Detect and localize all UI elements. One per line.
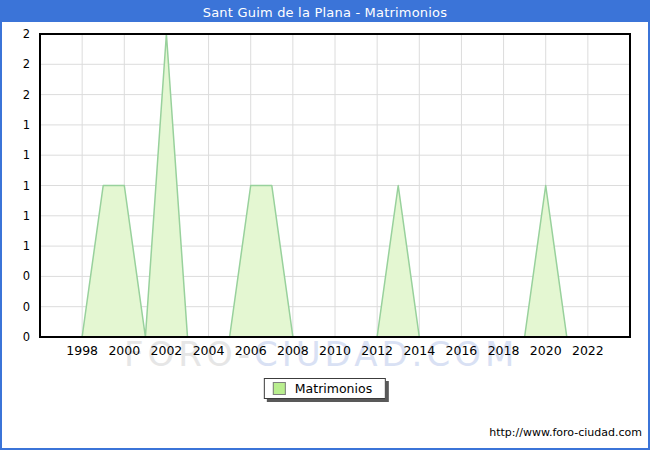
- x-axis-tick-label: 2008: [277, 343, 309, 358]
- y-axis-tick-label: 0: [23, 330, 30, 344]
- legend-swatch-icon: [273, 382, 286, 395]
- legend: Matrimonios: [264, 378, 386, 399]
- y-axis-tick-label: 1: [23, 239, 30, 253]
- y-axis-tick-label: 2: [23, 88, 30, 102]
- y-axis-tick-label: 2: [23, 57, 30, 71]
- y-axis-tick-label: 1: [23, 148, 30, 162]
- source-url: http://www.foro-ciudad.com: [489, 426, 642, 439]
- x-axis-tick-label: 2004: [193, 343, 225, 358]
- y-axis-tick-label: 1: [23, 209, 30, 223]
- legend-label: Matrimonios: [295, 381, 372, 396]
- y-axis-tick-label: 0: [23, 300, 30, 314]
- x-axis-tick-label: 1998: [66, 343, 98, 358]
- x-axis-tick-label: 2022: [572, 343, 604, 358]
- x-axis-tick-label: 2006: [235, 343, 267, 358]
- chart-window: Sant Guim de la Plana - Matrimonios FORO…: [0, 0, 650, 450]
- x-axis-tick-label: 2002: [151, 343, 183, 358]
- y-axis-tick-label: 1: [23, 179, 30, 193]
- chart-title: Sant Guim de la Plana - Matrimonios: [203, 5, 448, 20]
- x-axis-tick-label: 2012: [361, 343, 393, 358]
- x-axis-tick-label: 2014: [403, 343, 435, 358]
- title-bar: Sant Guim de la Plana - Matrimonios: [2, 2, 648, 22]
- x-axis-tick-label: 2020: [530, 343, 562, 358]
- x-axis-tick-label: 2016: [446, 343, 478, 358]
- x-axis-tick-label: 2010: [319, 343, 351, 358]
- x-axis-tick-label: 2018: [488, 343, 520, 358]
- y-axis-tick-label: 2: [23, 27, 30, 41]
- x-axis-tick-label: 2000: [108, 343, 140, 358]
- y-axis-tick-label: 1: [23, 118, 30, 132]
- y-axis-tick-label: 0: [23, 269, 30, 283]
